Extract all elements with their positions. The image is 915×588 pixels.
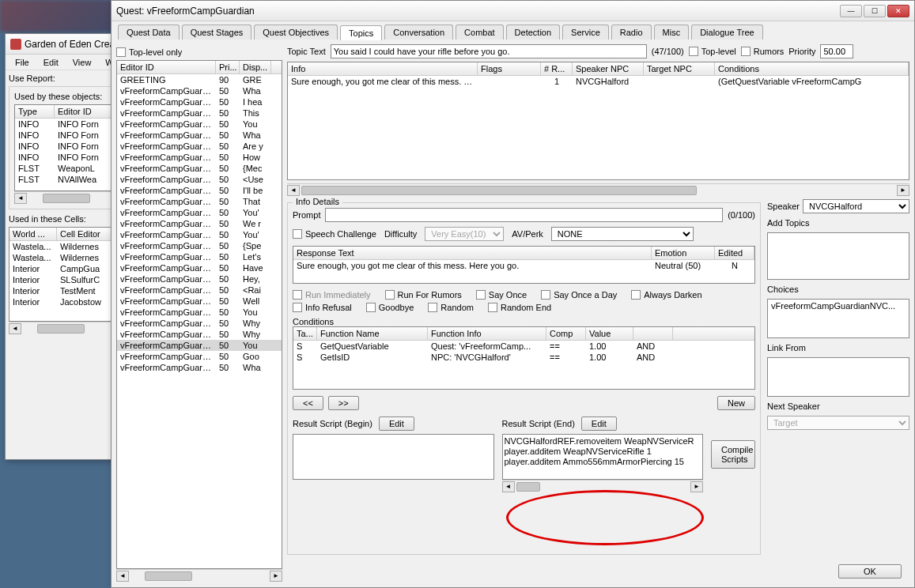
menu-edit[interactable]: Edit	[37, 56, 65, 69]
link-from-list[interactable]	[767, 357, 909, 397]
say-once-checkbox[interactable]: Say Once	[476, 290, 527, 300]
table-row[interactable]: FLSTWeaponL	[15, 163, 121, 174]
table-row[interactable]: InteriorCampGua	[9, 263, 127, 274]
next-button[interactable]: >>	[328, 396, 359, 410]
maximize-button[interactable]: ☐	[864, 5, 886, 17]
table-row[interactable]: vFreeformCampGuardi...50Wha	[117, 85, 282, 96]
scrollbar[interactable]: ◄►	[287, 183, 909, 196]
table-row[interactable]: vFreeformCampGuardi...50Wha	[117, 362, 282, 373]
table-row[interactable]: vFreeformCampGuardi...50I hea	[117, 96, 282, 107]
table-row[interactable]: vFreeformCampGuardi...50Are y	[117, 141, 282, 152]
rumors-checkbox[interactable]: Rumors	[741, 47, 785, 56]
col-type[interactable]: Type	[15, 105, 55, 118]
table-row[interactable]: vFreeformCampGuardi...50Goo	[117, 351, 282, 362]
menu-view[interactable]: View	[66, 56, 98, 69]
scrollbar[interactable]: ◄►	[502, 480, 704, 492]
edit-begin-button[interactable]: Edit	[379, 416, 414, 431]
topic-text-input[interactable]	[331, 44, 647, 58]
run-for-rumors-checkbox[interactable]: Run For Rumors	[385, 290, 462, 300]
avperk-select[interactable]: NONE	[551, 227, 694, 241]
tab-quest-objectives[interactable]: Quest Objectives	[254, 24, 338, 40]
col-value[interactable]: Value	[586, 327, 633, 340]
tab-combat[interactable]: Combat	[456, 24, 504, 40]
col-target[interactable]: Target NPC	[644, 62, 715, 75]
table-row[interactable]: GREETING90GRE	[117, 74, 282, 85]
speech-challenge-checkbox[interactable]: Speech Challenge	[293, 229, 376, 239]
compile-scripts-button[interactable]: Compile Scripts	[711, 440, 755, 469]
table-row[interactable]: vFreeformCampGuardi...50Let's	[117, 251, 282, 262]
table-row[interactable]: vFreeformCampGuardi...50{Spe	[117, 240, 282, 251]
tab-topics[interactable]: Topics	[340, 25, 382, 40]
table-row[interactable]: vFreeformCampGuardi...50We r	[117, 218, 282, 229]
col-r[interactable]: # R...	[541, 62, 573, 75]
col-comp[interactable]: Comp	[546, 327, 586, 340]
add-topics-list[interactable]	[767, 232, 909, 280]
table-row[interactable]: FLSTNVAllWea	[15, 174, 121, 185]
col-flags[interactable]: Flags	[478, 62, 541, 75]
table-row[interactable]: vFreeformCampGuardi...50Hey,	[117, 273, 282, 285]
table-row[interactable]: vFreeformCampGuardi...50You'	[117, 229, 282, 240]
next-speaker-select[interactable]: Target	[767, 416, 909, 430]
edit-end-button[interactable]: Edit	[581, 416, 617, 431]
editor-id-list[interactable]: Editor ID Pri... Disp... GREETING90GREvF…	[116, 60, 282, 569]
table-row[interactable]: SGetQuestVariableQuest: 'vFreeformCamp..…	[293, 341, 754, 352]
result-end-box[interactable]: NVCGHalfordREF.removeitem WeapNVServiceR…	[502, 434, 704, 480]
prompt-input[interactable]	[325, 208, 723, 222]
table-row[interactable]: vFreeformCampGuardi...50Have	[117, 262, 282, 273]
scrollbar[interactable]: ◄	[9, 322, 127, 334]
info-row[interactable]: Sure enough, you got me clear of this me…	[288, 76, 909, 87]
table-row[interactable]: INFOINFO Forn	[15, 119, 121, 130]
table-row[interactable]: vFreeformCampGuardi...50How	[117, 152, 282, 163]
tab-detection[interactable]: Detection	[506, 24, 560, 40]
top-level-only-checkbox[interactable]: Top-level only	[116, 47, 282, 57]
info-refusal-checkbox[interactable]: Info Refusal	[293, 303, 352, 312]
ok-button[interactable]: OK	[838, 564, 902, 579]
scrollbar[interactable]: ◄	[14, 191, 122, 204]
col-disp[interactable]: Disp...	[240, 61, 271, 74]
tab-misc[interactable]: Misc	[654, 24, 690, 40]
table-row[interactable]: vFreeformCampGuardi...50I'll be	[117, 185, 282, 196]
conditions-list[interactable]: Ta... Function Name Function Info Comp V…	[293, 326, 755, 390]
choice-item[interactable]: vFreeformCampGuardianNVC...	[768, 300, 909, 312]
table-row[interactable]: vFreeformCampGuardi...50Why	[117, 329, 282, 340]
col-ta[interactable]: Ta...	[293, 327, 317, 340]
col-fninfo[interactable]: Function Info	[428, 327, 546, 340]
used-in-list[interactable]: World ... Cell Editor Wastela...Wilderne…	[9, 227, 127, 322]
table-row[interactable]: Wastela...Wildernes	[9, 252, 127, 263]
table-row[interactable]: vFreeformCampGuardi...50You	[117, 119, 282, 130]
col-emotion[interactable]: Emotion	[652, 247, 715, 259]
table-row[interactable]: InteriorTestMent	[9, 285, 127, 296]
tab-quest-stages[interactable]: Quest Stages	[182, 24, 252, 40]
tab-conversation[interactable]: Conversation	[384, 24, 453, 40]
table-row[interactable]: INFOINFO Forn	[15, 152, 121, 163]
col-world[interactable]: World ...	[9, 228, 57, 240]
col-op[interactable]	[633, 327, 673, 340]
response-list[interactable]: Response Text Emotion Edited Sure enough…	[293, 246, 755, 284]
close-button[interactable]: ✕	[887, 5, 909, 17]
col-pri[interactable]: Pri...	[216, 61, 240, 74]
table-row[interactable]: Wastela...Wildernes	[9, 241, 127, 252]
table-row[interactable]: vFreeformCampGuardi...50Well	[117, 296, 282, 307]
col-editorid[interactable]: Editor ID	[117, 61, 216, 74]
table-row[interactable]: SGetIsIDNPC: 'NVCGHalford'==1.00AND	[293, 352, 754, 363]
say-once-a-day-checkbox[interactable]: Say Once a Day	[541, 290, 617, 300]
choices-list[interactable]: vFreeformCampGuardianNVC...	[767, 299, 909, 338]
table-row[interactable]: INFOINFO Forn	[15, 141, 121, 152]
col-edited[interactable]: Edited	[715, 247, 754, 259]
table-row[interactable]: InteriorJacobstow	[9, 296, 127, 307]
tab-quest-data[interactable]: Quest Data	[118, 24, 180, 40]
col-conditions[interactable]: Conditions	[715, 62, 909, 75]
quest-titlebar[interactable]: Quest: vFreeformCampGuardian — ☐ ✕	[112, 1, 914, 21]
col-response[interactable]: Response Text	[293, 247, 652, 259]
prev-button[interactable]: <<	[293, 396, 323, 410]
table-row[interactable]: vFreeformCampGuardi...50<Use	[117, 174, 282, 185]
always-darken-checkbox[interactable]: Always Darken	[631, 290, 701, 300]
random-checkbox[interactable]: Random	[428, 303, 474, 312]
table-row[interactable]: vFreeformCampGuardi...50You'	[117, 207, 282, 218]
table-row[interactable]: vFreeformCampGuardi...50Wha	[117, 130, 282, 141]
table-row[interactable]: vFreeformCampGuardi...50<Rai	[117, 285, 282, 296]
col-fn[interactable]: Function Name	[317, 327, 428, 340]
tab-dialogue-tree[interactable]: Dialogue Tree	[691, 24, 763, 40]
goodbye-checkbox[interactable]: Goodbye	[366, 303, 414, 312]
table-row[interactable]: vFreeformCampGuardi...50This	[117, 107, 282, 119]
